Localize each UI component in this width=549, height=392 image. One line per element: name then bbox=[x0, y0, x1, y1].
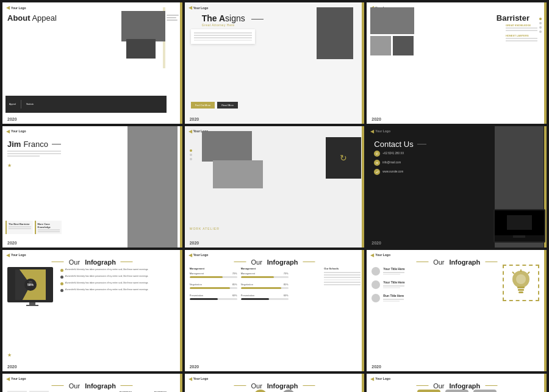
title-divider bbox=[234, 385, 246, 386]
slide12-bubbles: 🔍 🔍 🔍 bbox=[367, 390, 547, 392]
text-line bbox=[324, 282, 361, 283]
slide-middle: ◀ Your Logo ↻ WORK ATELIER 2020 bbox=[185, 126, 365, 248]
dot bbox=[190, 154, 192, 156]
item3-title: Run Title Here bbox=[383, 294, 404, 298]
legend-dot-gold2 bbox=[60, 282, 63, 285]
text-line bbox=[506, 27, 537, 29]
logo-text-6: Your Logo bbox=[375, 129, 390, 133]
slide1-title: About Appeal bbox=[7, 13, 57, 23]
progress-presentation: Presentation 60% bbox=[190, 294, 237, 300]
slide7-legend: A wonderful diversity has taken possessi… bbox=[60, 268, 178, 295]
logo-arrow-icon-8: ◀ bbox=[188, 252, 192, 258]
slide8-year: 2020 bbox=[190, 365, 199, 369]
item1-title: Your Title Here bbox=[383, 267, 404, 271]
slide4-name: Jim Franco bbox=[7, 140, 61, 149]
title-divider bbox=[52, 262, 64, 262]
slide-about: ◀ Your Logo About Appeal Appeal Statisti… bbox=[2, 2, 182, 124]
slide9-year: 2020 bbox=[371, 365, 381, 369]
title-divider bbox=[416, 385, 428, 386]
text-line bbox=[506, 38, 537, 39]
svg-rect-8 bbox=[518, 291, 523, 293]
text-line bbox=[38, 229, 60, 230]
logo-text-9: Your Logo bbox=[375, 253, 390, 257]
text-line bbox=[38, 231, 60, 232]
slide4-card2: More Case Knowledge bbox=[35, 221, 62, 234]
text-line bbox=[7, 153, 61, 154]
slide2-year: 2020 bbox=[190, 117, 199, 121]
content-line bbox=[194, 32, 252, 34]
progress-management: Management 70% bbox=[190, 272, 237, 278]
slide9-item2: Your Title Here bbox=[371, 280, 436, 289]
slide4-year: 2020 bbox=[7, 241, 17, 245]
text-line bbox=[7, 155, 40, 157]
slide2-btn-find[interactable]: Find Out More bbox=[191, 102, 215, 109]
slide6-title: Contact Us bbox=[374, 140, 426, 149]
legend-item: A wonderful diversity has taken possessi… bbox=[60, 268, 178, 272]
logo-area-6: ◀ Your Logo bbox=[370, 129, 390, 134]
logo-area-11: ◀ Your Logo bbox=[188, 376, 209, 382]
progress-label-row: Management 70% bbox=[190, 272, 237, 275]
person-node-2: ☺ Business Plan 1 bbox=[281, 390, 296, 392]
slide7-title: Our Infograph bbox=[52, 258, 133, 266]
slide3-text-block: GREAT KNOWLEDGE HONEST LAWYERS bbox=[506, 24, 537, 41]
progress-val: 60% bbox=[232, 294, 237, 297]
dot bbox=[190, 149, 192, 152]
slide6-contact-items: ✆ +62 8241 280 XX ✉ info@mail.com ☍ www.… bbox=[374, 151, 404, 175]
text-line bbox=[167, 20, 178, 21]
logo-area-8: ◀ Your Logo bbox=[188, 252, 209, 258]
slide12-title: Our Infograph bbox=[416, 382, 497, 390]
text-line bbox=[383, 287, 400, 288]
text-line bbox=[324, 279, 361, 280]
progress-bar-fill bbox=[241, 276, 274, 278]
slide2-person-img bbox=[317, 7, 353, 59]
slide5-label: WORK ATELIER bbox=[190, 227, 220, 230]
slide6-email-icon: ✉ bbox=[374, 160, 380, 166]
slide6-website-item: ☍ www.oursite.com bbox=[374, 169, 404, 175]
text-line bbox=[324, 277, 361, 278]
text-line bbox=[506, 40, 537, 41]
person-node-1: ☺ Business Plan 1 bbox=[253, 390, 268, 392]
slide7-chart-area: 58% 32% bbox=[7, 267, 57, 307]
legend-text: A wonderful diversity has taken possessi… bbox=[65, 288, 148, 291]
title-divider bbox=[303, 385, 315, 386]
slide3-section1: GREAT KNOWLEDGE bbox=[506, 24, 537, 27]
logo-area-12: ◀ Your Logo bbox=[370, 376, 390, 382]
slide2-btn-read[interactable]: Read More bbox=[217, 102, 238, 109]
progress-bar-bg bbox=[241, 298, 289, 300]
slide-contact: ◀ Your Logo Contact Us ✆ +62 8241 280 XX… bbox=[367, 126, 547, 248]
slide12-title-bold: Infograph bbox=[449, 382, 480, 390]
slide3-img-bottom-right bbox=[393, 36, 414, 55]
slide11-top-people: ☺ Business Plan 1 ☺ Business Plan 1 bbox=[185, 390, 365, 392]
svg-text:32%: 32% bbox=[28, 281, 32, 283]
title-divider bbox=[52, 385, 64, 386]
person-circle-gold-1: ☺ bbox=[254, 390, 267, 392]
progress-label-row: Negotiation 85% bbox=[190, 283, 237, 286]
slide-infograph-pie: ◀ Your Logo Our Infograph 58% bbox=[2, 250, 182, 371]
item-circle-2 bbox=[371, 280, 380, 289]
slide10-title: Our Infograph bbox=[52, 382, 133, 390]
slide8-title-our: Our bbox=[251, 258, 262, 266]
slide5-img-bottom bbox=[213, 160, 263, 188]
col1-header: Management bbox=[190, 267, 237, 270]
progress-label: Presentation bbox=[241, 294, 254, 297]
progress-bar-bg bbox=[190, 276, 237, 278]
progress-presentation2: Presentation 60% bbox=[241, 294, 289, 300]
text-line bbox=[383, 272, 404, 273]
slide4-card1: The Best Barrister bbox=[5, 221, 33, 234]
logo-arrow-icon-6: ◀ bbox=[370, 129, 374, 134]
progress-bar-bg bbox=[190, 287, 237, 289]
text-line bbox=[7, 151, 61, 152]
logo-text-2: Your Logo bbox=[193, 6, 209, 10]
logo-text-10: Your Logo bbox=[11, 377, 26, 380]
progress-bar-fill bbox=[190, 287, 230, 289]
text-line bbox=[167, 17, 176, 18]
slide5-refresh-icon: ↻ bbox=[340, 153, 347, 163]
logo-area-7: ◀ Your Logo bbox=[6, 252, 26, 258]
progress-label: Management bbox=[190, 272, 204, 275]
slide6-phone-item: ✆ +62 8241 280 XX bbox=[374, 151, 404, 157]
logo-area-4: ◀ Your Logo bbox=[6, 129, 26, 134]
slide8-title: Our Infograph bbox=[234, 258, 315, 266]
slide12-title-our: Our bbox=[433, 382, 444, 390]
text-line bbox=[324, 272, 361, 273]
slide5-dots bbox=[190, 149, 192, 160]
